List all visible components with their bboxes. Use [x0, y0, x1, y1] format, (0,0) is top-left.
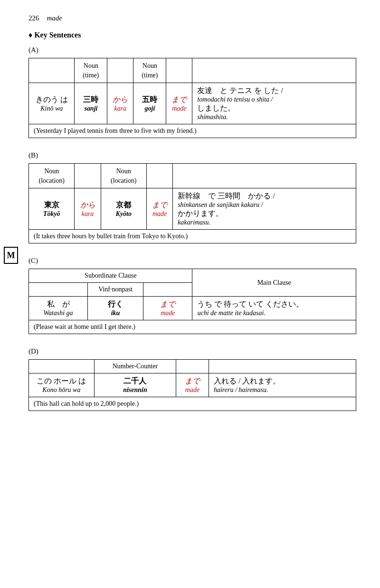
table-d-h3: [176, 360, 209, 373]
table-c-header-row1: Subordinate Clause Main Clause: [29, 269, 356, 283]
page-header: 226 made: [28, 14, 356, 22]
table-c-h1: [29, 283, 88, 297]
table-c-col1-jp: 私 が: [47, 300, 70, 308]
table-c-data-row: 私 が Watashi ga 行く iku まで made うち で 待って い…: [29, 297, 356, 320]
table-a-col5-romaji: made: [172, 105, 186, 112]
section-title-text: Key Sentences: [34, 31, 81, 39]
table-a-col1-jp: きのう は: [36, 95, 68, 103]
table-b-h3: Noun(location): [101, 164, 146, 188]
table-d-container: Number-Counter この ホール は Kono hōru wa 二千人…: [28, 359, 356, 411]
table-b-col4: まで made: [147, 188, 173, 230]
table-b-col4-romaji: made: [152, 210, 167, 217]
table-b-translation-row: (It takes three hours by bullet train fr…: [29, 230, 356, 243]
table-c-col1-romaji: Watashi ga: [43, 309, 73, 317]
table-a-col6-romaji1: tomodachi to tenisu o shita /: [197, 96, 273, 103]
table-a-col5-jp: まで: [171, 95, 187, 103]
table-a-h1: [29, 58, 75, 83]
table-b-col3-romaji: Kyōto: [116, 210, 132, 217]
table-b-col5-jp2: かかります。: [178, 209, 223, 217]
table-d-col4: 入れる / 入れます。 haireru / hairemasu.: [209, 373, 356, 397]
table-d-col2-romaji: nisennin: [123, 386, 147, 393]
table-c-h2: Vinf·nonpast: [88, 283, 143, 297]
table-a-col4-romaji: goji: [145, 105, 155, 112]
table-a: Noun(time) Noun(time) きのう は Kinō wa 三時 s…: [28, 58, 356, 138]
table-c-h3: [143, 283, 192, 297]
table-d: Number-Counter この ホール は Kono hōru wa 二千人…: [28, 359, 356, 411]
table-d-header-row: Number-Counter: [29, 360, 356, 373]
table-c-col2-romaji: iku: [111, 309, 120, 317]
table-a-col6-jp1: 友達 と テニス を した /: [197, 86, 283, 94]
table-b-h5: [173, 164, 356, 188]
table-c-col4: うち で 待って いて ください。 uchi de matte ite kuda…: [192, 297, 356, 320]
diamond-icon: ♦: [28, 31, 32, 39]
table-b-col1: 東京 Tōkyō: [29, 188, 75, 230]
table-b-header-row: Noun(location) Noun(location): [29, 164, 356, 188]
table-c-col2: 行く iku: [88, 297, 143, 320]
table-b-col2: から kara: [75, 188, 101, 230]
subsection-a: (A) Noun(time) Noun(time) きのう は Kinō wa: [28, 46, 356, 138]
table-c-col4-jp: うち で 待って いて ください。: [197, 300, 304, 308]
subsection-a-label: (A): [28, 46, 356, 54]
table-a-col2: 三時 sanji: [75, 83, 107, 124]
table-a-col4-jp: 五時: [142, 95, 157, 103]
page-number: 226: [28, 14, 39, 22]
table-c-main-header: Main Clause: [192, 269, 356, 297]
table-a-col2-jp: 三時: [83, 95, 98, 103]
table-d-col1-jp: この ホール は: [37, 377, 86, 385]
table-c-translation-row: (Please wait at home until I get there.): [29, 320, 356, 334]
table-a-translation-row: (Yesterday I played tennis from three to…: [29, 124, 356, 138]
table-a-col1: きのう は Kinō wa: [29, 83, 75, 124]
table-a-h6: [192, 58, 356, 83]
table-a-col1-romaji: Kinō wa: [40, 105, 63, 112]
table-d-col3: まで made: [176, 373, 209, 397]
table-a-data-row: きのう は Kinō wa 三時 sanji から kara 五時 goji: [29, 83, 356, 124]
subsection-c: (C) Subordinate Clause Main Clause Vinf·…: [28, 257, 356, 334]
table-a-col3-jp: から: [113, 95, 128, 103]
table-d-h4: [209, 360, 356, 373]
table-c-col2-jp: 行く: [108, 300, 123, 308]
table-d-translation: (This hall can hold up to 2,000 people.): [29, 397, 356, 411]
table-d-translation-row: (This hall can hold up to 2,000 people.): [29, 397, 356, 411]
table-d-col2: 二千人 nisennin: [94, 373, 176, 397]
table-a-col5: まで made: [166, 83, 192, 124]
table-b-col2-jp: から: [80, 201, 95, 209]
table-c-container: Subordinate Clause Main Clause Vinf·nonp…: [28, 269, 356, 334]
table-d-col4-line2: haireru / hairemasu.: [214, 386, 268, 393]
table-b-col3: 京都 Kyōto: [101, 188, 146, 230]
table-b-h1: Noun(location): [29, 164, 75, 188]
table-a-col6: 友達 と テニス を した / tomodachi to tenisu o sh…: [192, 83, 356, 124]
table-c-col4-romaji: uchi de matte ite kudasai.: [197, 309, 265, 317]
table-d-data-row: この ホール は Kono hōru wa 二千人 nisennin まで ma…: [29, 373, 356, 397]
table-b-data-row: 東京 Tōkyō から kara 京都 Kyōto まで made: [29, 188, 356, 230]
table-b-col1-jp: 東京: [44, 201, 59, 209]
table-a-col4: 五時 goji: [133, 83, 166, 124]
subsection-b: (B) Noun(location) Noun(location) 東京 Tōk…: [28, 151, 356, 243]
table-c-col1: 私 が Watashi ga: [29, 297, 88, 320]
page-title: made: [47, 14, 63, 22]
table-a-h5: [166, 58, 192, 83]
table-d-h2: Number-Counter: [94, 360, 176, 373]
table-b: Noun(location) Noun(location) 東京 Tōkyō か…: [28, 163, 356, 243]
table-d-h1: [29, 360, 95, 373]
table-c: Subordinate Clause Main Clause Vinf·nonp…: [28, 269, 356, 334]
table-d-col2-jp: 二千人: [124, 377, 146, 385]
table-d-col1-romaji: Kono hōru wa: [42, 386, 80, 393]
table-a-col6-romaji2: shimashita.: [197, 113, 228, 121]
table-b-container: Noun(location) Noun(location) 東京 Tōkyō か…: [28, 163, 356, 243]
table-a-container: Noun(time) Noun(time) きのう は Kinō wa 三時 s…: [28, 58, 356, 138]
table-d-col3-romaji: made: [185, 386, 200, 393]
table-d-col1: この ホール は Kono hōru wa: [29, 373, 95, 397]
table-a-h3: [107, 58, 133, 83]
table-a-col3: から kara: [107, 83, 133, 124]
table-a-h4: Noun(time): [133, 58, 166, 83]
table-b-col3-jp: 京都: [116, 201, 131, 209]
table-b-col5-jp1: 新幹線 で 三時間 かかる /: [178, 192, 275, 200]
table-b-col4-jp: まで: [152, 201, 167, 209]
table-b-col5: 新幹線 で 三時間 かかる / shinkansen de sanjikan k…: [173, 188, 356, 230]
subsection-b-label: (B): [28, 151, 356, 159]
subsection-c-label: (C): [28, 257, 356, 265]
table-c-col3-romaji: made: [161, 309, 175, 317]
table-b-h4: [147, 164, 173, 188]
table-a-col2-romaji: sanji: [84, 105, 97, 112]
table-b-translation: (It takes three hours by bullet train fr…: [29, 230, 356, 243]
